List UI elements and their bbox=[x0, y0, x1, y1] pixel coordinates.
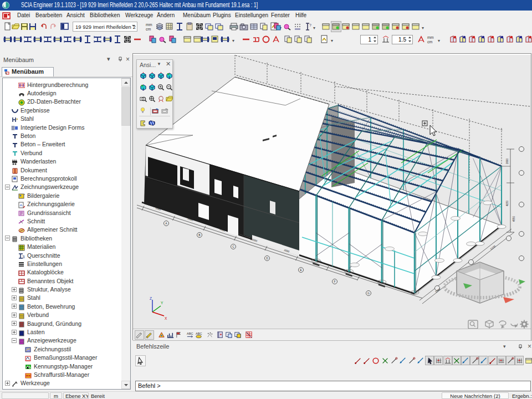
svg-text:ABC: ABC bbox=[187, 332, 193, 335]
svg-text:cm: cm bbox=[146, 27, 151, 31]
svg-text:3: 3 bbox=[22, 254, 25, 259]
svg-text:Z: Z bbox=[150, 296, 152, 300]
svg-text:4150: 4150 bbox=[506, 200, 509, 206]
svg-text:ABC: ABC bbox=[196, 332, 202, 335]
svg-text:cm: cm bbox=[427, 40, 433, 44]
svg-text:X: X bbox=[165, 316, 167, 320]
svg-text:2690: 2690 bbox=[506, 158, 509, 164]
svg-text:C: C bbox=[232, 245, 234, 248]
svg-text:4550: 4550 bbox=[513, 216, 515, 222]
svg-text:?: ? bbox=[309, 23, 311, 27]
svg-text:D: D bbox=[266, 257, 268, 260]
svg-text:mm: mm bbox=[146, 23, 152, 27]
svg-text:mm: mm bbox=[427, 35, 434, 39]
svg-text:G: G bbox=[367, 291, 370, 295]
svg-text:F: F bbox=[334, 280, 335, 283]
svg-text:Y: Y bbox=[161, 301, 163, 305]
